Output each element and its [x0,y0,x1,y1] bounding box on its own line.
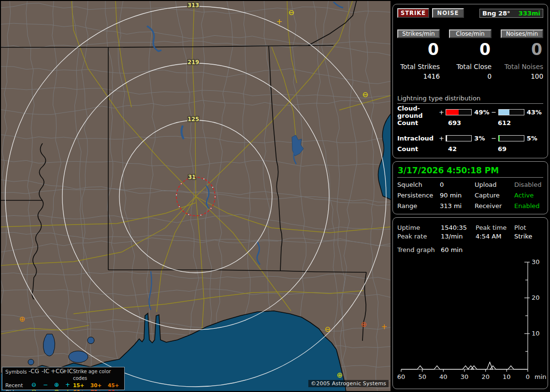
peak-rate-value: 13/min [441,233,476,240]
noise-mode-button[interactable]: NOISE [432,8,464,18]
minus-sign: − [491,109,497,116]
cg-plus-count: 693 [448,119,498,126]
uptime-label: Uptime [397,224,441,231]
legend-age-title: Strike age color codes [73,368,125,382]
range-label: Range [397,202,440,210]
rate-counters: Strikes/min 0 Total Strikes 1416 Close/m… [397,29,543,80]
legend-col-pos-ic: +IC [62,368,73,382]
close-per-min-button[interactable]: Close/min [449,29,492,38]
svg-text:30: 30 [461,373,469,380]
total-close-label: Total Close [449,63,492,70]
svg-text:min: min [535,373,547,380]
strike-symbol: + [276,17,283,26]
cg-plus-bar [446,109,472,115]
neg-ic-old-icon: − [40,389,51,391]
strike-symbol: ⊖ [362,90,369,99]
minus-sign: − [491,135,497,142]
age-code-60: 60+ [73,389,90,391]
ic-plus-bar-fill [446,136,447,141]
age-code-75: 75+ [90,389,108,391]
datetime-display: 3/17/2026 4:50:18 PM [397,164,543,178]
status-row: Range 313 mi Receiver Enabled [397,202,543,210]
total-close-value: 0 [449,72,492,80]
cg-plus-bar-fill [446,110,458,115]
capture-label: Capture [475,192,514,199]
ic-plus-pct: 3% [473,135,491,142]
svg-text:20: 20 [481,373,490,380]
cloud-ground-count-row: Count 693 612 [397,119,543,126]
bearing-value: Bng 28° [482,10,510,17]
legend-recent-row: Recent ⊖ − ⊕ + 15+ 30+ 45+ [5,382,124,389]
intracloud-label: Intracloud [397,135,438,142]
total-noises-label: Total Noises [501,63,543,70]
strike-symbol: ⊖ [289,8,295,17]
ic-minus-bar [498,135,524,141]
svg-text:10: 10 [503,373,511,380]
mode-toolbar: STRIKE NOISE Bng 28° 333mi [397,8,543,18]
plus-sign: + [438,135,444,142]
count-label: Count [397,145,448,153]
plot-label: Plot [514,224,526,231]
receiver-status: Enabled [514,202,540,210]
strikes-counter-column: Strikes/min 0 Total Strikes 1416 [397,29,440,80]
total-noises-value: 100 [501,72,543,80]
close-per-min-value: 0 [449,41,492,59]
uptime-row: Uptime 1540:35 Peak time Plot [397,224,543,231]
cloud-ground-row: Cloud-ground + 49% − 43% [397,108,543,116]
capture-status: Active [514,192,534,199]
trend-panel: Uptime 1540:35 Peak time Plot Peak rate … [392,217,548,389]
trend-trace [401,362,528,369]
lightning-map[interactable]: 31321912531⊖+⊖⊕⊖⊕+⊕ Symbols -CG -IC +CG … [1,1,391,391]
svg-text:20: 20 [532,294,540,301]
ring-distance-label: 31 [188,174,196,181]
ring-distance-label: 219 [188,59,199,66]
cg-minus-count: 612 [498,119,511,126]
map-canvas: 31321912531⊖+⊖⊕⊖⊕+⊕ [1,1,391,391]
trend-graph-chart: 1020306050403020100min [394,258,547,388]
stormvue-app-window: 31321912531⊖+⊖⊕⊖⊕+⊕ Symbols -CG -IC +CG … [0,0,550,392]
squelch-label: Squelch [397,181,440,188]
range-value: 333mi [519,10,540,17]
system-status-panel: 3/17/2026 4:50:18 PM Squelch 0 Upload Di… [392,161,548,214]
trend-graph-value: 60 min [441,246,476,253]
distribution-title: Lightning type distribution [397,95,543,104]
peak-time-value: 4:54 AM [476,233,514,240]
strikes-per-min-button[interactable]: Strikes/min [397,29,440,38]
age-code-15: 15+ [73,382,90,389]
peak-rate-label: Peak rate [397,233,441,240]
legend-old-label: Old [5,389,28,391]
count-label: Count [397,119,448,126]
squelch-value: 0 [440,181,475,188]
trend-graph-label: Trend graph [397,246,441,253]
peak-rate-row: Peak rate 13/min 4:54 AM Strike [397,233,543,240]
close-counter-column: Close/min 0 Total Close 0 [449,29,492,80]
lake [87,337,94,344]
noises-per-min-button[interactable]: Noises/min [501,29,543,38]
total-strikes-value: 1416 [397,72,440,80]
legend-old-row: Old ⊖ − ⊕ + 60+ 75+ 90+ [5,389,124,391]
strike-symbol: ⊕ [337,371,343,379]
svg-text:60: 60 [397,373,405,380]
cg-minus-bar [498,109,524,115]
strike-symbol: ⊕ [361,320,367,329]
strike-symbol: + [381,322,388,331]
legend-col-neg-cg: -CG [28,368,40,382]
strike-counters-panel: STRIKE NOISE Bng 28° 333mi Strikes/min 0… [392,4,548,158]
copyright-text: ©2005 Astrogenic Systems [308,380,389,387]
pos-cg-old-icon: ⊕ [51,389,62,391]
plus-sign: + [438,109,444,116]
ring-distance-label: 313 [188,2,199,9]
map-legend: Symbols -CG -IC +CG +IC Strike age color… [2,367,125,390]
persistence-value: 90 min [440,192,475,199]
status-row: Squelch 0 Upload Disabled [397,181,543,188]
pos-ic-recent-icon: + [62,382,73,389]
persistence-label: Persistence [397,192,440,199]
legend-recent-label: Recent [5,382,28,389]
strike-mode-button[interactable]: STRIKE [397,8,429,18]
noises-per-min-value: 0 [501,41,543,59]
upload-status: Disabled [514,181,541,188]
upload-label: Upload [475,181,514,188]
strikes-per-min-value: 0 [397,41,440,59]
svg-text:0: 0 [526,373,530,380]
lake [43,334,55,356]
